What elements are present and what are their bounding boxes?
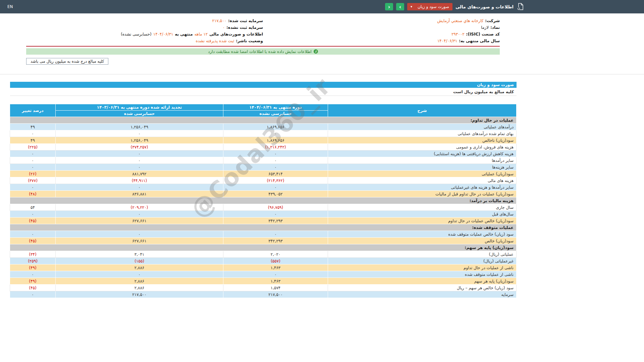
period-prefix: اطلاعات و صورت‌های مالی [209, 32, 263, 37]
issuer-status-value: ثبت شده پذیرفته نشده [196, 38, 234, 44]
pl-row-label: ناشی از عملیات در حال تداوم [328, 264, 517, 271]
pl-table-body: عملیات در حال تداوم:درآمدهای عملیاتی۱,۸۶… [10, 117, 517, 298]
col-header-change-percent: درصد تغییر [10, 104, 56, 117]
pl-prior-value: ۰ [56, 150, 223, 157]
company-label: شرکت: [485, 18, 500, 24]
pl-current-value: ۴۳۹,۰۵۲ [223, 191, 328, 197]
issuer-status-label: وضعیت ناشر: [236, 38, 263, 44]
pl-section-label: هزینه مالیات بر درآمد: [10, 197, 517, 204]
pl-change-value: (۴۵) [10, 285, 56, 291]
pl-change-value: ۴۹ [10, 124, 56, 130]
pl-current-value: ۰ [223, 231, 328, 238]
pl-current-value: ۱,۸۶۹,۶۵۶ [223, 124, 328, 130]
pl-prior-value: ۲,۸۸۶ [56, 285, 223, 291]
pl-current-value: ۳۴۲,۲۹۳ [223, 238, 328, 244]
pl-change-value: ۰ [10, 150, 56, 157]
report-type-dropdown[interactable]: صورت سود و زیان ▾ [407, 3, 452, 10]
pl-prior-value: ۶۲۷,۶۶۱ [56, 238, 223, 244]
pl-change-value: ۰ [10, 164, 56, 171]
pl-prior-value: ۳,۰۴۱ [56, 251, 223, 258]
pl-row-label: هزینه های مالی [328, 177, 517, 184]
signature-match-banner: i اطلاعات نمایش داده شده با اطلاعات امضا… [26, 48, 500, 55]
pl-prior-value: ۰ [56, 231, 223, 238]
pl-current-value: (۱,۲۱۶,۲۴۲) [223, 144, 328, 150]
pl-change-value: ۰ [10, 231, 56, 238]
pl-change-value: ۰ [10, 157, 56, 164]
pl-prior-value: ۸۸۱,۷۹۲ [56, 171, 223, 177]
pl-data-row: سایر درآمدها۰۰۰ [10, 157, 517, 164]
pl-data-row: سال‌های قبل۰۰۰ [10, 211, 517, 218]
page-title: اطلاعات و صورت‌های مالی [455, 4, 514, 9]
pl-change-value: (۲۶) [10, 171, 56, 177]
signature-match-text: اطلاعات نمایش داده شده با اطلاعات امضا ش… [208, 49, 312, 54]
pl-row-label: سود(زیان) خالص عملیات در حال تداوم [328, 218, 517, 224]
pl-prior-value: ۰ [56, 211, 223, 218]
ticker-label: نماد: [490, 25, 500, 31]
pl-current-value: ۳۴۲,۲۹۳ [223, 218, 328, 224]
pl-prior-value: (۳۷۴,۲۵۷) [56, 144, 223, 150]
pl-row-label: سود(زیان) ناخالص [328, 137, 517, 144]
pl-data-row: ناشی از عملیات در حال تداوم۱,۴۶۳۲,۸۸۶(۴۹… [10, 264, 517, 271]
pl-data-row: سود(زیان) پایه هر سهم۱,۴۶۳۲,۸۸۶(۴۹) [10, 278, 517, 285]
pl-current-value: ۰ [223, 157, 328, 164]
pl-prior-value: (۱۵۵) [56, 258, 223, 264]
pl-data-row: غیرعملیاتی (ریال)(۵۵۷)(۱۵۵)(۲۵۹) [10, 258, 517, 264]
statement-document-icon[interactable] [517, 3, 524, 11]
col-header-description: شرح [328, 104, 517, 117]
pl-section-row: سود(زیان) پایه هر سهم: [10, 244, 517, 251]
pl-data-row: سود(زیان) عملیات در حال تداوم قبل از مال… [10, 191, 517, 197]
pl-current-value: ۰ [223, 211, 328, 218]
ticker-row: نماد: لازما [263, 25, 500, 31]
next-statement-button[interactable]: › [396, 3, 404, 10]
language-switch-link[interactable]: EN [7, 4, 13, 9]
pl-row-label: سرمایه [328, 291, 517, 298]
unregistered-capital-row: سرمایه ثبت نشده: ۰ [26, 25, 263, 31]
pl-data-row: سرمایه۲۱۷,۵۰۰۲۱۷,۵۰۰۰ [10, 291, 517, 298]
pl-row-label: سود(زیان) پایه هر سهم [328, 278, 517, 285]
section-divider [0, 74, 644, 74]
pl-prior-value: ۰ [56, 130, 223, 137]
isic-label: کد صنعت (ISIC): [466, 32, 500, 37]
pl-current-value: ۰ [223, 130, 328, 137]
prev-statement-button[interactable]: ‹ [385, 3, 393, 10]
pl-row-label: سود(زیان) خالص [328, 238, 517, 244]
pl-section-label: عملیات متوقف شده: [10, 224, 517, 231]
company-info-section: شرکت: کارخانه هاي صنعتي آزمايش سرمایه ثب… [26, 18, 500, 47]
pl-section-row: هزینه مالیات بر درآمد: [10, 197, 517, 204]
pl-change-value: ۰ [10, 271, 56, 278]
pl-section-label: عملیات در حال تداوم: [10, 117, 517, 124]
pl-prior-value: ۰ [56, 157, 223, 164]
pl-data-row: هزینه های فروش، اداری و عمومی(۱,۲۱۶,۲۴۲)… [10, 144, 517, 150]
unregistered-capital-label: سرمایه ثبت نشده: [226, 25, 263, 31]
report-title-bar: صورت سود و زیان [10, 82, 517, 88]
col-header-current-period: دوره منتهی به ۱۴۰۴/۰۶/۳۱ [223, 104, 328, 111]
pl-current-value: ۱,۴۶۳ [223, 264, 328, 271]
pl-data-row: سود (زیان) خالص عملیات متوقف شده۰۰۰ [10, 231, 517, 238]
pl-current-value: ۰ [223, 150, 328, 157]
col-subheader-current-audit: حسابرسی نشده [223, 111, 328, 117]
pl-current-value: (۵۵۷) [223, 258, 328, 264]
pl-section-row: عملیات در حال تداوم: [10, 117, 517, 124]
pl-prior-value: (۴۴,۹۱۱) [56, 177, 223, 184]
unregistered-capital-value: ۰ [223, 25, 225, 31]
pl-row-label: غیرعملیاتی (ریال) [328, 258, 517, 264]
ticker-value: لازما [481, 25, 489, 31]
registered-capital-value: ۲۱۷,۵۰۰ [212, 18, 226, 24]
pl-change-value: (۲۲۵) [10, 144, 56, 150]
pl-data-row: درآمدهای عملیاتی۱,۸۶۹,۶۵۶۱,۲۵۶,۰۴۹۴۹ [10, 124, 517, 130]
company-name-link[interactable]: کارخانه هاي صنعتي آزمايش [437, 18, 483, 24]
pl-prior-value: ۰ [56, 184, 223, 191]
pl-section-label: سود(زیان) پایه هر سهم: [10, 244, 517, 251]
pl-change-value: ۴۹ [10, 137, 56, 144]
pl-current-value: (۲۱۴,۳۶۲) [223, 177, 328, 184]
pl-current-value: ۱,۵۷۴ [223, 285, 328, 291]
fiscal-year-row: سال مالی منتهی به: ۱۴۰۴/۰۶/۳۱ [263, 38, 500, 44]
issuer-status-row: وضعیت ناشر: ثبت شده پذیرفته نشده [26, 38, 263, 44]
chevron-down-icon: ▾ [411, 5, 412, 8]
pl-row-label: سال‌های قبل [328, 211, 517, 218]
pl-prior-value: ۱,۲۵۶,۰۴۹ [56, 137, 223, 144]
pl-prior-value: ۲,۸۸۶ [56, 264, 223, 271]
pl-prior-value: ۲,۸۸۶ [56, 278, 223, 285]
pl-prior-value: ۰ [56, 271, 223, 278]
period-audit-status: (حسابرسی نشده) [121, 32, 152, 37]
